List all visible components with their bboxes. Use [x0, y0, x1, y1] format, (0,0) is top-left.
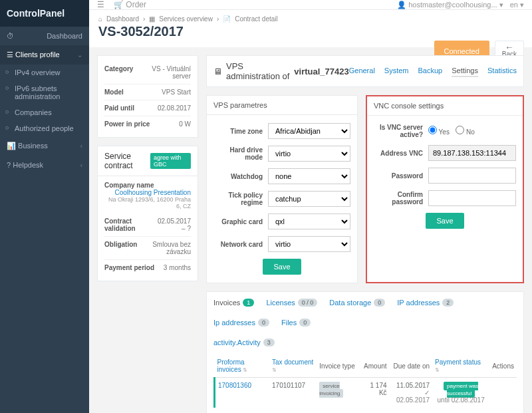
timezone-select[interactable]: Africa/Abidjan — [268, 123, 350, 139]
vps-parameters-panel: VPS parametres Time zoneAfrica/Abidjan H… — [206, 95, 358, 283]
sidebar: ControlPanel ⏱ Dashboard ☰ Clients profi… — [0, 0, 89, 413]
sort-icon: ⇅ — [272, 367, 277, 373]
monitor-icon: 🖥 — [213, 67, 222, 76]
sidebar-item-business[interactable]: 📊 Business ‹ — [0, 136, 89, 156]
menu-toggle-icon[interactable]: ☰ — [97, 0, 104, 9]
type-badge: service invoicing — [319, 382, 343, 398]
dashboard-icon: ⏱ — [7, 32, 14, 40]
bottom-panel: Invoices1 Licenses0 / 0 Data storage0 IP… — [206, 291, 524, 413]
list-icon: ☰ — [7, 51, 13, 59]
user-menu[interactable]: 👤 hostmaster@coolhousing... ▾ — [397, 1, 503, 9]
params-save-button[interactable]: Save — [263, 259, 301, 275]
vnc-panel: VNC console settings Is VNC server activ… — [366, 95, 524, 283]
th-actions: Actions — [489, 354, 517, 378]
vnc-address-input[interactable] — [428, 145, 516, 161]
sidebar-item-dashboard[interactable]: ⏱ Dashboard — [0, 27, 89, 45]
tab-general[interactable]: General — [349, 65, 375, 77]
vnc-active-no[interactable]: No — [456, 128, 475, 136]
crumb-services[interactable]: Services overview — [159, 15, 213, 23]
cart-icon: 🛒 — [114, 0, 124, 9]
chart-icon: 📊 — [7, 142, 16, 150]
th-tax[interactable]: Tax document ⇅ — [269, 354, 317, 378]
th-proforma[interactable]: Proforma invoices ⇅ — [215, 354, 270, 378]
th-type: Invoice type — [317, 354, 359, 378]
vnc-password-input[interactable] — [428, 168, 516, 184]
btab-ip4[interactable]: IP addresses2 — [397, 299, 454, 307]
crumb-dashboard[interactable]: Dashboard — [106, 15, 139, 23]
sort-icon: ⇅ — [243, 367, 247, 373]
chevron-left-icon: ‹ — [80, 162, 82, 169]
main: ☰ 🛒 Order 👤 hostmaster@coolhousing... ▾ … — [89, 0, 532, 413]
home-icon: ⌂ — [98, 15, 102, 23]
gbc-badge: agree with GBC — [150, 153, 191, 169]
page-title: VS-3052/2017 — [98, 24, 523, 39]
btab-files[interactable]: Files0 — [281, 319, 311, 327]
bottom-tabs: Invoices1 Licenses0 / 0 Data storage0 IP… — [213, 299, 517, 346]
harddrive-select[interactable]: virtio — [268, 146, 350, 162]
topbar: ☰ 🛒 Order 👤 hostmaster@coolhousing... ▾ … — [89, 0, 532, 10]
chevron-down-icon: ⌄ — [77, 51, 82, 59]
vnc-active-yes[interactable]: Yes — [428, 128, 450, 136]
btab-activity[interactable]: activity.Activity3 — [213, 339, 517, 346]
btab-data[interactable]: Data storage0 — [329, 299, 385, 307]
brand: ControlPanel — [0, 0, 89, 27]
sidebar-item-helpdesk[interactable]: ? Helpdesk ‹ — [0, 156, 89, 174]
watchdog-select[interactable]: none — [268, 168, 350, 184]
page-header: ⌂ Dashboard › ▦ Services overview › 📄 Co… — [89, 10, 532, 47]
btab-licenses[interactable]: Licenses0 / 0 — [266, 299, 317, 307]
th-pay[interactable]: Payment status ⇅ — [432, 354, 489, 378]
tab-system[interactable]: System — [384, 65, 409, 77]
vps-header: 🖥 VPS administration of virtual_77423 Ge… — [206, 55, 524, 87]
btab-ip6[interactable]: Ip addresses0 — [213, 319, 269, 327]
th-due: Due date on — [390, 354, 433, 378]
btab-invoices[interactable]: Invoices1 — [213, 299, 254, 307]
grid-icon: ▦ — [149, 15, 155, 23]
vnc-save-button[interactable]: Save — [426, 213, 464, 229]
th-amount: Amount — [359, 354, 389, 378]
table-row: 170801360 170101107 service invoicing 1 … — [215, 378, 517, 408]
sidebar-item-auth[interactable]: Authorized people — [0, 120, 89, 136]
tab-statistics[interactable]: Statistics — [487, 65, 517, 77]
sidebar-item-ipv4[interactable]: IPv4 overview — [0, 65, 89, 80]
order-link[interactable]: 🛒 Order — [114, 0, 146, 9]
summary-panel: CategoryVS - Virtuální server ModelVPS S… — [97, 55, 198, 138]
company-link[interactable]: Coolhousing Presentation — [104, 189, 191, 196]
sort-icon: ⇅ — [435, 367, 440, 373]
vnc-confirm-password-input[interactable] — [428, 190, 516, 206]
sidebar-item-clients[interactable]: ☰ Clients profile ⌄ — [0, 45, 89, 65]
tab-settings[interactable]: Settings — [452, 65, 478, 77]
tickpolicy-select[interactable]: catchup — [268, 191, 350, 207]
invoices-table: Proforma invoices ⇅ Tax document ⇅ Invoi… — [213, 354, 517, 408]
proforma-link[interactable]: 170801360 — [218, 382, 251, 389]
networkcard-select[interactable]: virtio — [268, 236, 350, 252]
graphiccard-select[interactable]: qxl — [268, 213, 350, 229]
lang-menu[interactable]: en ▾ — [510, 1, 524, 9]
sidebar-item-ipv6[interactable]: IPv6 subnets administration — [0, 80, 89, 104]
user-icon: 👤 — [397, 1, 406, 9]
help-icon: ? — [7, 161, 11, 169]
breadcrumb: ⌂ Dashboard › ▦ Services overview › 📄 Co… — [98, 15, 523, 23]
vps-tabs: General System Backup Settings Statistic… — [349, 65, 517, 77]
file-icon: 📄 — [223, 15, 231, 23]
contract-panel: Service contract agree with GBC Company … — [97, 146, 198, 281]
chevron-left-icon: ‹ — [80, 142, 82, 150]
crumb-detail: Contract detail — [235, 15, 277, 23]
sidebar-item-companies[interactable]: Companies — [0, 104, 89, 120]
status-badge: payment was successful — [444, 382, 478, 398]
tab-backup[interactable]: Backup — [418, 65, 443, 77]
